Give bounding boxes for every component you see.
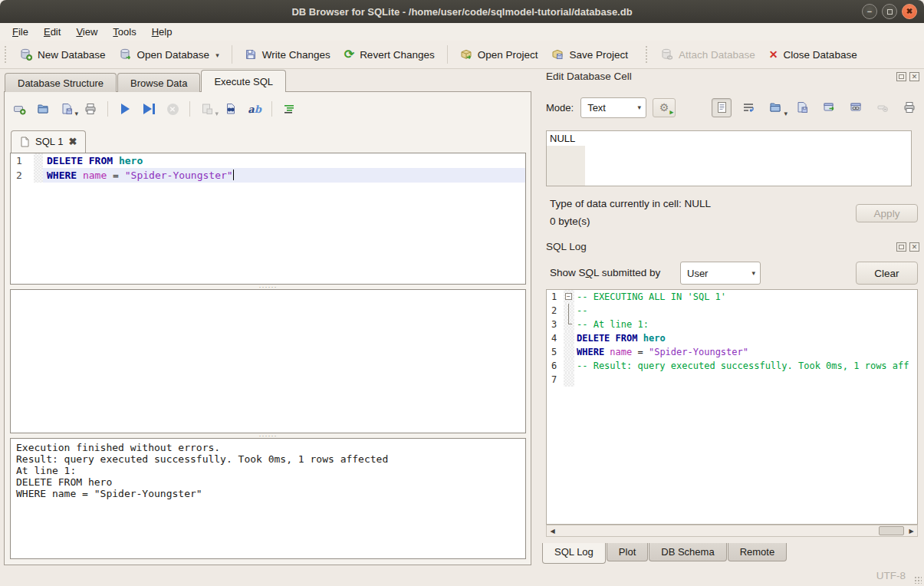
sql-comment: -- EXECUTING ALL IN 'SQL 1' bbox=[577, 291, 726, 302]
resize-grip[interactable] bbox=[914, 576, 922, 584]
sql-log-filter-combobox[interactable]: User ▾ bbox=[680, 262, 761, 285]
sql-log-horizontal-scrollbar[interactable]: ◀ ▶ bbox=[546, 525, 918, 537]
open-database-button[interactable]: Open Database ▾ bbox=[113, 45, 226, 64]
log-line-text bbox=[574, 373, 917, 387]
close-database-button[interactable]: ✕ Close Database bbox=[762, 46, 864, 64]
open-sql-file-button[interactable] bbox=[33, 100, 53, 118]
sql-editor[interactable]: 1 DELETE FROM hero 2 WHERE name = "Spide… bbox=[10, 153, 526, 285]
filter-label-pre: Show S bbox=[550, 267, 586, 278]
toolbar-drag-handle[interactable] bbox=[5, 46, 8, 63]
menu-view[interactable]: View bbox=[68, 24, 105, 40]
import-cell-data-button[interactable]: ▾ bbox=[765, 98, 785, 117]
menu-tools[interactable]: Tools bbox=[105, 24, 143, 40]
execute-all-button[interactable] bbox=[115, 100, 135, 118]
fold-collapse-icon[interactable]: − bbox=[565, 293, 572, 300]
cell-size-info: 0 byte(s) bbox=[550, 216, 590, 227]
minimize-button[interactable]: − bbox=[862, 4, 877, 19]
find-replace-button[interactable]: ab bbox=[245, 100, 265, 118]
tab-database-structure[interactable]: Database Structure bbox=[5, 73, 117, 92]
scrollbar-track[interactable] bbox=[558, 525, 906, 536]
minimize-icon: − bbox=[867, 8, 872, 16]
dock-tab-sql-log[interactable]: SQL Log bbox=[542, 543, 606, 564]
clear-log-button[interactable]: Clear bbox=[856, 262, 918, 285]
print-cell-button[interactable] bbox=[899, 98, 919, 117]
sql-log-filter-value: User bbox=[687, 268, 708, 279]
log-line-text: WHERE name = "Spider-Youngster" bbox=[574, 345, 917, 359]
write-changes-button[interactable]: Write Changes bbox=[238, 45, 337, 64]
open-database-dropdown-icon[interactable]: ▾ bbox=[215, 51, 219, 61]
find-button[interactable] bbox=[221, 100, 241, 118]
apply-button[interactable]: Apply bbox=[856, 204, 918, 222]
save-sql-dropdown-icon[interactable]: ▾ bbox=[74, 110, 78, 119]
save-project-label: Save Project bbox=[569, 49, 628, 61]
dock-tab-plot[interactable]: Plot bbox=[607, 543, 648, 561]
close-button[interactable]: ✖ bbox=[902, 4, 917, 19]
execute-line-icon bbox=[143, 104, 152, 114]
editor-line-text: WHERE name = "Spider-Youngster" bbox=[43, 168, 525, 183]
save-results-dropdown-icon[interactable]: ▾ bbox=[215, 110, 219, 119]
sql-field: name bbox=[604, 347, 632, 357]
set-null-button[interactable] bbox=[873, 98, 893, 117]
dock-buttons: ✕ bbox=[896, 242, 919, 252]
save-project-button[interactable]: Save Project bbox=[544, 45, 635, 64]
scroll-left-icon[interactable]: ◀ bbox=[547, 525, 558, 536]
fold-line bbox=[568, 304, 569, 318]
print-icon bbox=[84, 103, 97, 115]
menu-file[interactable]: File bbox=[5, 24, 36, 40]
new-sql-tab-button[interactable] bbox=[9, 100, 29, 118]
menu-edit[interactable]: Edit bbox=[36, 24, 68, 40]
edit-cell-dock-header: Edit Database Cell ✕ bbox=[546, 71, 919, 82]
open-project-icon bbox=[460, 48, 472, 61]
cell-value-editor[interactable]: NULL bbox=[546, 130, 912, 186]
toolbar-drag-handle[interactable] bbox=[646, 46, 649, 63]
close-database-label: Close Database bbox=[784, 49, 857, 61]
menu-help[interactable]: Help bbox=[144, 24, 180, 40]
open-project-button[interactable]: Open Project bbox=[453, 45, 545, 64]
scroll-right-icon[interactable]: ▶ bbox=[906, 525, 917, 536]
text-mode-button[interactable] bbox=[712, 98, 732, 117]
close-dock-button[interactable]: ✕ bbox=[909, 242, 919, 252]
execute-current-line-button[interactable] bbox=[139, 100, 159, 118]
float-dock-button[interactable] bbox=[896, 72, 906, 81]
new-database-button[interactable]: New Database bbox=[13, 45, 113, 64]
log-line-number: 2 bbox=[547, 304, 564, 318]
gear-apply-button[interactable]: ⚙ ▸ bbox=[653, 98, 676, 117]
maximize-button[interactable] bbox=[882, 4, 897, 19]
stop-execution-button[interactable]: ✕ bbox=[163, 100, 182, 118]
execute-all-icon bbox=[121, 104, 130, 114]
print-icon bbox=[903, 101, 916, 114]
sql-keyword: WHERE bbox=[47, 170, 77, 181]
log-line: 3 -- At line 1: bbox=[547, 318, 917, 331]
close-dock-button[interactable]: ✕ bbox=[909, 72, 919, 81]
print-sql-button[interactable] bbox=[81, 100, 100, 118]
revert-changes-button[interactable]: ⟳ Revert Changes bbox=[337, 45, 442, 64]
tab-execute-sql[interactable]: Execute SQL bbox=[201, 70, 286, 92]
log-line: 2 -- bbox=[547, 304, 917, 318]
sql-file-tab[interactable]: SQL 1 ✖ bbox=[11, 130, 86, 153]
float-dock-button[interactable] bbox=[896, 242, 906, 252]
word-wrap-button[interactable] bbox=[738, 98, 758, 117]
open-project-label: Open Project bbox=[478, 49, 538, 61]
link-button[interactable] bbox=[846, 98, 866, 117]
main-tab-bar: Database Structure Browse Data Execute S… bbox=[5, 70, 287, 92]
dock-tab-db-schema[interactable]: DB Schema bbox=[649, 543, 726, 561]
word-wrap-icon bbox=[742, 101, 755, 114]
save-sql-file-button[interactable]: ▾ bbox=[57, 100, 77, 118]
log-line-text: -- At line 1: bbox=[574, 318, 917, 331]
import-dropdown-icon[interactable]: ▾ bbox=[784, 110, 788, 119]
format-sql-button[interactable] bbox=[279, 100, 299, 118]
sql-toolbar-separator bbox=[107, 101, 108, 117]
export-cell-data-button[interactable] bbox=[792, 98, 812, 117]
save-results-icon bbox=[201, 103, 213, 115]
scrollbar-thumb[interactable] bbox=[879, 526, 904, 535]
sql-comment: -- Result: query executed successfully. … bbox=[577, 360, 909, 371]
dock-tab-remote[interactable]: Remote bbox=[728, 543, 788, 561]
open-in-external-button[interactable] bbox=[819, 98, 839, 117]
tab-browse-data[interactable]: Browse Data bbox=[117, 73, 200, 92]
close-sql-tab-icon[interactable]: ✖ bbox=[68, 137, 77, 146]
attach-database-button[interactable]: Attach Database bbox=[654, 45, 762, 64]
save-results-button[interactable]: ▾ bbox=[197, 100, 217, 118]
encoding-indicator: UTF-8 bbox=[876, 570, 906, 581]
fold-margin bbox=[564, 318, 574, 331]
mode-combobox[interactable]: Text ▾ bbox=[580, 97, 646, 118]
